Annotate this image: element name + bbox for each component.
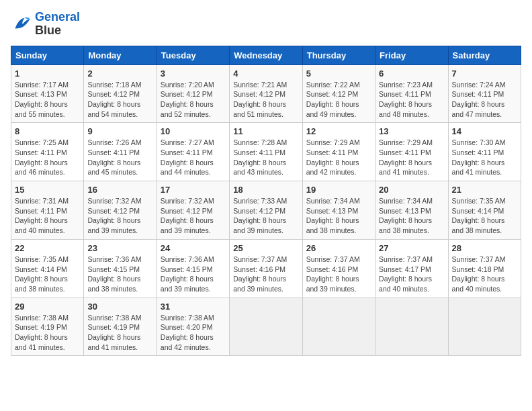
calendar-cell: 26Sunrise: 7:37 AMSunset: 4:16 PMDayligh… (302, 239, 375, 298)
logo-text: GeneralBlue (35, 11, 80, 38)
day-number: 30 (87, 302, 152, 312)
day-info: Sunrise: 7:37 AMSunset: 4:17 PMDaylight:… (379, 255, 444, 294)
day-number: 8 (15, 126, 80, 136)
calendar-week-row: 29Sunrise: 7:38 AMSunset: 4:19 PMDayligh… (11, 298, 521, 356)
calendar-cell: 14Sunrise: 7:30 AMSunset: 4:11 PMDayligh… (448, 123, 521, 181)
day-number: 15 (15, 185, 80, 195)
calendar-week-row: 15Sunrise: 7:31 AMSunset: 4:11 PMDayligh… (11, 181, 521, 240)
day-number: 19 (306, 185, 371, 195)
day-info: Sunrise: 7:37 AMSunset: 4:18 PMDaylight:… (452, 255, 517, 294)
day-info: Sunrise: 7:29 AMSunset: 4:11 PMDaylight:… (379, 138, 444, 177)
day-info: Sunrise: 7:18 AMSunset: 4:12 PMDaylight:… (87, 80, 152, 120)
day-number: 24 (161, 243, 226, 253)
day-info: Sunrise: 7:34 AMSunset: 4:13 PMDaylight:… (306, 196, 371, 236)
day-info: Sunrise: 7:36 AMSunset: 4:15 PMDaylight:… (87, 255, 152, 294)
calendar-table: SundayMondayTuesdayWednesdayThursdayFrid… (11, 46, 521, 357)
day-number: 4 (233, 68, 298, 79)
calendar-body: 1Sunrise: 7:17 AMSunset: 4:13 PMDaylight… (11, 64, 521, 356)
calendar-cell: 11Sunrise: 7:28 AMSunset: 4:11 PMDayligh… (230, 123, 302, 181)
calendar-cell: 15Sunrise: 7:31 AMSunset: 4:11 PMDayligh… (11, 181, 84, 240)
day-number: 31 (161, 302, 226, 312)
day-info: Sunrise: 7:21 AMSunset: 4:12 PMDaylight:… (233, 80, 298, 120)
day-info: Sunrise: 7:32 AMSunset: 4:12 PMDaylight:… (87, 196, 152, 236)
day-number: 11 (233, 126, 298, 136)
day-header-wednesday: Wednesday (230, 46, 302, 64)
calendar-cell: 24Sunrise: 7:36 AMSunset: 4:15 PMDayligh… (157, 239, 229, 298)
calendar-cell: 16Sunrise: 7:32 AMSunset: 4:12 PMDayligh… (84, 181, 157, 240)
calendar-cell: 28Sunrise: 7:37 AMSunset: 4:18 PMDayligh… (448, 239, 521, 298)
calendar-cell: 6Sunrise: 7:23 AMSunset: 4:11 PMDaylight… (375, 64, 448, 123)
day-number: 12 (306, 126, 371, 136)
day-number: 22 (15, 243, 80, 253)
calendar-cell: 12Sunrise: 7:29 AMSunset: 4:11 PMDayligh… (302, 123, 375, 181)
day-number: 2 (87, 68, 152, 79)
calendar-cell: 19Sunrise: 7:34 AMSunset: 4:13 PMDayligh… (302, 181, 375, 240)
day-header-tuesday: Tuesday (157, 46, 229, 64)
day-number: 20 (379, 185, 444, 195)
calendar-cell: 17Sunrise: 7:32 AMSunset: 4:12 PMDayligh… (157, 181, 229, 240)
calendar-cell: 22Sunrise: 7:35 AMSunset: 4:14 PMDayligh… (11, 239, 84, 298)
day-info: Sunrise: 7:26 AMSunset: 4:11 PMDaylight:… (87, 138, 152, 177)
page-header: GeneralBlue (11, 11, 521, 38)
day-number: 7 (452, 68, 517, 79)
calendar-cell: 23Sunrise: 7:36 AMSunset: 4:15 PMDayligh… (84, 239, 157, 298)
day-number: 21 (452, 185, 517, 195)
day-header-saturday: Saturday (448, 46, 521, 64)
day-header-sunday: Sunday (11, 46, 84, 64)
day-info: Sunrise: 7:35 AMSunset: 4:14 PMDaylight:… (15, 255, 80, 294)
calendar-cell: 8Sunrise: 7:25 AMSunset: 4:11 PMDaylight… (11, 123, 84, 181)
calendar-cell: 31Sunrise: 7:38 AMSunset: 4:20 PMDayligh… (157, 298, 229, 356)
day-number: 27 (379, 243, 444, 253)
calendar-cell (448, 298, 521, 356)
day-number: 18 (233, 185, 298, 195)
day-header-friday: Friday (375, 46, 448, 64)
day-info: Sunrise: 7:30 AMSunset: 4:11 PMDaylight:… (452, 138, 517, 177)
day-number: 17 (161, 185, 226, 195)
day-info: Sunrise: 7:24 AMSunset: 4:11 PMDaylight:… (452, 80, 517, 120)
calendar-cell: 18Sunrise: 7:33 AMSunset: 4:12 PMDayligh… (230, 181, 302, 240)
calendar-cell: 10Sunrise: 7:27 AMSunset: 4:11 PMDayligh… (157, 123, 229, 181)
calendar-cell: 13Sunrise: 7:29 AMSunset: 4:11 PMDayligh… (375, 123, 448, 181)
day-number: 16 (87, 185, 152, 195)
day-info: Sunrise: 7:32 AMSunset: 4:12 PMDaylight:… (161, 196, 226, 236)
day-number: 28 (452, 243, 517, 253)
calendar-cell (375, 298, 448, 356)
day-number: 9 (87, 126, 152, 136)
logo-icon (11, 13, 32, 35)
day-info: Sunrise: 7:37 AMSunset: 4:16 PMDaylight:… (233, 255, 298, 294)
calendar-cell: 20Sunrise: 7:34 AMSunset: 4:13 PMDayligh… (375, 181, 448, 240)
calendar-cell: 21Sunrise: 7:35 AMSunset: 4:14 PMDayligh… (448, 181, 521, 240)
days-header-row: SundayMondayTuesdayWednesdayThursdayFrid… (11, 46, 521, 64)
day-info: Sunrise: 7:22 AMSunset: 4:12 PMDaylight:… (306, 80, 371, 120)
day-info: Sunrise: 7:36 AMSunset: 4:15 PMDaylight:… (161, 255, 226, 294)
day-info: Sunrise: 7:37 AMSunset: 4:16 PMDaylight:… (306, 255, 371, 294)
day-header-monday: Monday (84, 46, 157, 64)
day-number: 29 (15, 302, 80, 312)
calendar-header: SundayMondayTuesdayWednesdayThursdayFrid… (11, 46, 521, 64)
day-info: Sunrise: 7:28 AMSunset: 4:11 PMDaylight:… (233, 138, 298, 177)
calendar-cell: 1Sunrise: 7:17 AMSunset: 4:13 PMDaylight… (11, 64, 84, 123)
day-number: 23 (87, 243, 152, 253)
day-info: Sunrise: 7:17 AMSunset: 4:13 PMDaylight:… (15, 80, 80, 120)
logo: GeneralBlue (11, 11, 80, 38)
calendar-cell: 25Sunrise: 7:37 AMSunset: 4:16 PMDayligh… (230, 239, 302, 298)
day-number: 6 (379, 68, 444, 79)
day-info: Sunrise: 7:34 AMSunset: 4:13 PMDaylight:… (379, 196, 444, 236)
day-info: Sunrise: 7:20 AMSunset: 4:12 PMDaylight:… (161, 80, 226, 120)
day-info: Sunrise: 7:25 AMSunset: 4:11 PMDaylight:… (15, 138, 80, 177)
day-info: Sunrise: 7:31 AMSunset: 4:11 PMDaylight:… (15, 196, 80, 236)
day-number: 25 (233, 243, 298, 253)
day-info: Sunrise: 7:38 AMSunset: 4:19 PMDaylight:… (15, 313, 80, 353)
day-info: Sunrise: 7:35 AMSunset: 4:14 PMDaylight:… (452, 196, 517, 236)
day-number: 3 (161, 68, 226, 79)
day-info: Sunrise: 7:38 AMSunset: 4:20 PMDaylight:… (161, 313, 226, 353)
calendar-cell: 30Sunrise: 7:38 AMSunset: 4:19 PMDayligh… (84, 298, 157, 356)
day-info: Sunrise: 7:23 AMSunset: 4:11 PMDaylight:… (379, 80, 444, 120)
calendar-cell: 4Sunrise: 7:21 AMSunset: 4:12 PMDaylight… (230, 64, 302, 123)
calendar-cell: 3Sunrise: 7:20 AMSunset: 4:12 PMDaylight… (157, 64, 229, 123)
day-number: 1 (15, 68, 80, 79)
calendar-cell: 27Sunrise: 7:37 AMSunset: 4:17 PMDayligh… (375, 239, 448, 298)
day-number: 26 (306, 243, 371, 253)
calendar-week-row: 1Sunrise: 7:17 AMSunset: 4:13 PMDaylight… (11, 64, 521, 123)
day-info: Sunrise: 7:33 AMSunset: 4:12 PMDaylight:… (233, 196, 298, 236)
